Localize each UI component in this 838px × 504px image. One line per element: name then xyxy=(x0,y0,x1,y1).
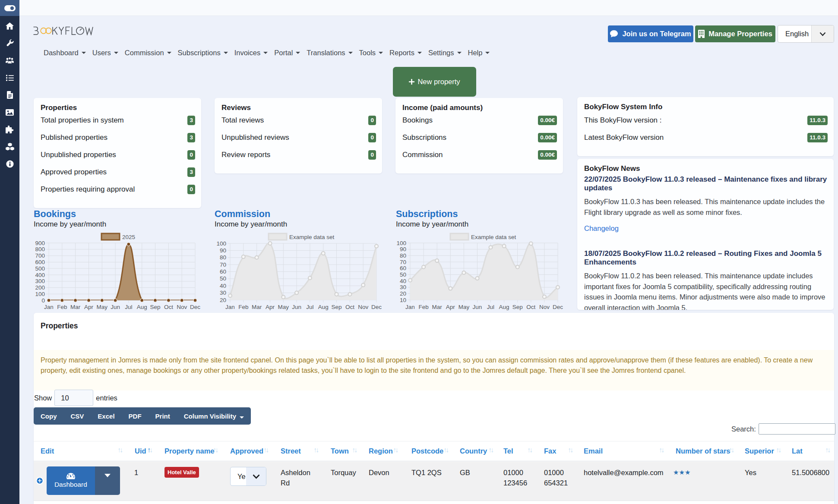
svg-text:Aug: Aug xyxy=(499,304,509,310)
svg-text:Example data set: Example data set xyxy=(471,234,516,240)
svg-text:Jan: Jan xyxy=(225,304,235,310)
svg-text:40: 40 xyxy=(220,283,226,289)
svg-text:Mar: Mar xyxy=(70,304,81,310)
svg-text:Feb: Feb xyxy=(57,304,67,310)
svg-text:Mar: Mar xyxy=(252,304,262,310)
svg-text:Mar: Mar xyxy=(432,304,443,310)
svg-text:60: 60 xyxy=(400,265,406,271)
svg-text:0: 0 xyxy=(41,297,45,304)
svg-text:30: 30 xyxy=(220,290,226,296)
svg-text:500: 500 xyxy=(35,265,45,272)
svg-text:Oct: Oct xyxy=(164,304,173,310)
svg-text:400: 400 xyxy=(35,272,45,278)
svg-text:Nov: Nov xyxy=(358,304,368,310)
svg-text:60: 60 xyxy=(220,268,226,275)
svg-text:20: 20 xyxy=(400,290,406,297)
svg-text:Dec: Dec xyxy=(371,304,382,310)
svg-text:300: 300 xyxy=(35,278,45,284)
svg-text:70: 70 xyxy=(220,261,226,268)
svg-text:50: 50 xyxy=(220,275,226,282)
svg-text:May: May xyxy=(97,304,108,310)
svg-text:May: May xyxy=(459,304,470,310)
svg-text:600: 600 xyxy=(35,259,45,265)
svg-text:Nov: Nov xyxy=(177,304,187,310)
svg-text:800: 800 xyxy=(35,246,45,252)
svg-text:80: 80 xyxy=(400,252,406,259)
svg-text:Example data set: Example data set xyxy=(289,234,335,240)
svg-text:Aug: Aug xyxy=(137,304,147,310)
svg-text:40: 40 xyxy=(400,278,406,284)
svg-text:Dec: Dec xyxy=(190,304,200,310)
svg-text:Jun: Jun xyxy=(292,304,301,310)
svg-text:700: 700 xyxy=(35,252,45,259)
svg-text:Sep: Sep xyxy=(331,304,342,310)
svg-text:100: 100 xyxy=(35,291,45,297)
svg-text:200: 200 xyxy=(35,284,45,291)
svg-text:Apr: Apr xyxy=(84,304,94,310)
svg-text:90: 90 xyxy=(220,247,226,254)
svg-text:Aug: Aug xyxy=(318,304,329,310)
svg-text:90: 90 xyxy=(400,246,406,252)
svg-text:Nov: Nov xyxy=(539,304,550,310)
svg-text:50: 50 xyxy=(400,271,406,278)
svg-text:80: 80 xyxy=(220,254,226,261)
svg-text:May: May xyxy=(278,304,289,310)
svg-text:Sep: Sep xyxy=(150,304,160,310)
svg-text:Oct: Oct xyxy=(526,304,535,310)
svg-text:Apr: Apr xyxy=(446,304,455,310)
svg-text:2025: 2025 xyxy=(122,234,135,240)
svg-text:70: 70 xyxy=(400,259,406,265)
svg-text:10: 10 xyxy=(400,297,406,303)
svg-text:Apr: Apr xyxy=(266,304,275,310)
svg-text:Feb: Feb xyxy=(238,304,248,310)
svg-text:Sep: Sep xyxy=(512,304,523,310)
svg-text:Feb: Feb xyxy=(418,304,428,310)
svg-text:Oct: Oct xyxy=(345,304,354,310)
svg-text:Dec: Dec xyxy=(553,304,563,310)
svg-text:30: 30 xyxy=(400,284,406,290)
svg-text:Jul: Jul xyxy=(125,304,132,310)
svg-text:Jul: Jul xyxy=(306,304,313,310)
svg-text:20: 20 xyxy=(220,297,226,303)
svg-text:100: 100 xyxy=(396,240,406,246)
svg-text:Jan: Jan xyxy=(405,304,415,310)
svg-text:Jun: Jun xyxy=(111,304,120,310)
svg-text:900: 900 xyxy=(35,240,45,246)
svg-text:100: 100 xyxy=(216,240,226,247)
svg-text:Jul: Jul xyxy=(487,304,494,310)
svg-text:Jun: Jun xyxy=(473,304,482,310)
svg-text:Jan: Jan xyxy=(44,304,54,310)
